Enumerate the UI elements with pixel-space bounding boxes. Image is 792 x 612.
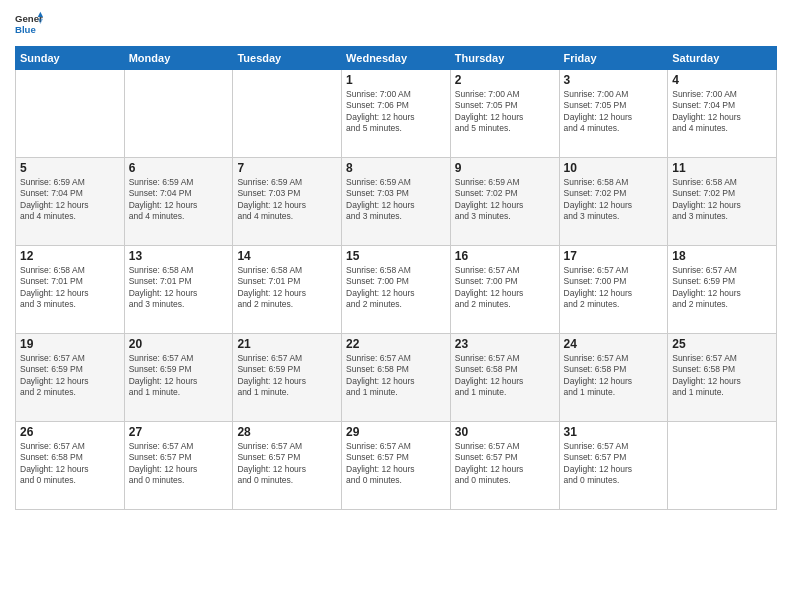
calendar-cell: 24Sunrise: 6:57 AM Sunset: 6:58 PM Dayli…	[559, 334, 668, 422]
day-info: Sunrise: 6:58 AM Sunset: 7:02 PM Dayligh…	[564, 177, 664, 223]
calendar-cell: 17Sunrise: 6:57 AM Sunset: 7:00 PM Dayli…	[559, 246, 668, 334]
day-info: Sunrise: 6:59 AM Sunset: 7:03 PM Dayligh…	[346, 177, 446, 223]
weekday-header-saturday: Saturday	[668, 47, 777, 70]
weekday-header-sunday: Sunday	[16, 47, 125, 70]
day-number: 20	[129, 337, 229, 351]
day-info: Sunrise: 6:57 AM Sunset: 6:57 PM Dayligh…	[237, 441, 337, 487]
day-number: 25	[672, 337, 772, 351]
day-info: Sunrise: 6:57 AM Sunset: 6:59 PM Dayligh…	[672, 265, 772, 311]
weekday-header-row: SundayMondayTuesdayWednesdayThursdayFrid…	[16, 47, 777, 70]
calendar-cell: 12Sunrise: 6:58 AM Sunset: 7:01 PM Dayli…	[16, 246, 125, 334]
week-row-0: 1Sunrise: 7:00 AM Sunset: 7:06 PM Daylig…	[16, 70, 777, 158]
day-number: 7	[237, 161, 337, 175]
day-info: Sunrise: 7:00 AM Sunset: 7:04 PM Dayligh…	[672, 89, 772, 135]
calendar-cell: 22Sunrise: 6:57 AM Sunset: 6:58 PM Dayli…	[342, 334, 451, 422]
calendar-cell: 28Sunrise: 6:57 AM Sunset: 6:57 PM Dayli…	[233, 422, 342, 510]
week-row-2: 12Sunrise: 6:58 AM Sunset: 7:01 PM Dayli…	[16, 246, 777, 334]
header: General Blue	[15, 10, 777, 38]
week-row-1: 5Sunrise: 6:59 AM Sunset: 7:04 PM Daylig…	[16, 158, 777, 246]
calendar-cell	[124, 70, 233, 158]
calendar-cell: 19Sunrise: 6:57 AM Sunset: 6:59 PM Dayli…	[16, 334, 125, 422]
weekday-header-tuesday: Tuesday	[233, 47, 342, 70]
day-number: 28	[237, 425, 337, 439]
day-info: Sunrise: 6:58 AM Sunset: 7:01 PM Dayligh…	[237, 265, 337, 311]
calendar-cell: 10Sunrise: 6:58 AM Sunset: 7:02 PM Dayli…	[559, 158, 668, 246]
calendar-cell: 21Sunrise: 6:57 AM Sunset: 6:59 PM Dayli…	[233, 334, 342, 422]
day-number: 10	[564, 161, 664, 175]
day-info: Sunrise: 6:58 AM Sunset: 7:01 PM Dayligh…	[20, 265, 120, 311]
calendar-cell	[233, 70, 342, 158]
day-info: Sunrise: 6:57 AM Sunset: 6:59 PM Dayligh…	[237, 353, 337, 399]
calendar-cell: 5Sunrise: 6:59 AM Sunset: 7:04 PM Daylig…	[16, 158, 125, 246]
calendar-cell: 9Sunrise: 6:59 AM Sunset: 7:02 PM Daylig…	[450, 158, 559, 246]
day-number: 3	[564, 73, 664, 87]
calendar-cell: 6Sunrise: 6:59 AM Sunset: 7:04 PM Daylig…	[124, 158, 233, 246]
calendar-cell: 1Sunrise: 7:00 AM Sunset: 7:06 PM Daylig…	[342, 70, 451, 158]
weekday-header-monday: Monday	[124, 47, 233, 70]
calendar-cell: 11Sunrise: 6:58 AM Sunset: 7:02 PM Dayli…	[668, 158, 777, 246]
weekday-header-wednesday: Wednesday	[342, 47, 451, 70]
day-info: Sunrise: 7:00 AM Sunset: 7:05 PM Dayligh…	[455, 89, 555, 135]
calendar: SundayMondayTuesdayWednesdayThursdayFrid…	[15, 46, 777, 510]
calendar-cell: 3Sunrise: 7:00 AM Sunset: 7:05 PM Daylig…	[559, 70, 668, 158]
svg-text:Blue: Blue	[15, 24, 36, 35]
day-info: Sunrise: 6:57 AM Sunset: 6:58 PM Dayligh…	[20, 441, 120, 487]
day-number: 1	[346, 73, 446, 87]
calendar-cell: 23Sunrise: 6:57 AM Sunset: 6:58 PM Dayli…	[450, 334, 559, 422]
day-number: 9	[455, 161, 555, 175]
day-info: Sunrise: 6:59 AM Sunset: 7:04 PM Dayligh…	[20, 177, 120, 223]
day-number: 27	[129, 425, 229, 439]
day-info: Sunrise: 6:57 AM Sunset: 6:59 PM Dayligh…	[20, 353, 120, 399]
day-number: 17	[564, 249, 664, 263]
calendar-cell	[16, 70, 125, 158]
day-number: 13	[129, 249, 229, 263]
day-number: 5	[20, 161, 120, 175]
calendar-cell: 27Sunrise: 6:57 AM Sunset: 6:57 PM Dayli…	[124, 422, 233, 510]
day-number: 23	[455, 337, 555, 351]
day-info: Sunrise: 6:57 AM Sunset: 6:57 PM Dayligh…	[129, 441, 229, 487]
day-number: 15	[346, 249, 446, 263]
day-number: 22	[346, 337, 446, 351]
day-info: Sunrise: 6:57 AM Sunset: 6:58 PM Dayligh…	[672, 353, 772, 399]
day-info: Sunrise: 6:57 AM Sunset: 7:00 PM Dayligh…	[455, 265, 555, 311]
calendar-cell: 2Sunrise: 7:00 AM Sunset: 7:05 PM Daylig…	[450, 70, 559, 158]
day-info: Sunrise: 6:57 AM Sunset: 6:59 PM Dayligh…	[129, 353, 229, 399]
calendar-cell: 31Sunrise: 6:57 AM Sunset: 6:57 PM Dayli…	[559, 422, 668, 510]
day-number: 8	[346, 161, 446, 175]
calendar-cell: 18Sunrise: 6:57 AM Sunset: 6:59 PM Dayli…	[668, 246, 777, 334]
day-info: Sunrise: 6:59 AM Sunset: 7:03 PM Dayligh…	[237, 177, 337, 223]
page: General Blue SundayMondayTuesdayWednesda…	[0, 0, 792, 612]
day-number: 21	[237, 337, 337, 351]
calendar-cell: 26Sunrise: 6:57 AM Sunset: 6:58 PM Dayli…	[16, 422, 125, 510]
day-info: Sunrise: 7:00 AM Sunset: 7:05 PM Dayligh…	[564, 89, 664, 135]
day-info: Sunrise: 7:00 AM Sunset: 7:06 PM Dayligh…	[346, 89, 446, 135]
day-number: 4	[672, 73, 772, 87]
calendar-cell: 4Sunrise: 7:00 AM Sunset: 7:04 PM Daylig…	[668, 70, 777, 158]
calendar-cell: 7Sunrise: 6:59 AM Sunset: 7:03 PM Daylig…	[233, 158, 342, 246]
day-number: 2	[455, 73, 555, 87]
day-info: Sunrise: 6:58 AM Sunset: 7:00 PM Dayligh…	[346, 265, 446, 311]
calendar-cell: 25Sunrise: 6:57 AM Sunset: 6:58 PM Dayli…	[668, 334, 777, 422]
logo-icon: General Blue	[15, 10, 43, 38]
day-number: 30	[455, 425, 555, 439]
week-row-4: 26Sunrise: 6:57 AM Sunset: 6:58 PM Dayli…	[16, 422, 777, 510]
day-number: 26	[20, 425, 120, 439]
calendar-cell: 14Sunrise: 6:58 AM Sunset: 7:01 PM Dayli…	[233, 246, 342, 334]
day-info: Sunrise: 6:57 AM Sunset: 6:58 PM Dayligh…	[346, 353, 446, 399]
calendar-cell: 20Sunrise: 6:57 AM Sunset: 6:59 PM Dayli…	[124, 334, 233, 422]
day-info: Sunrise: 6:59 AM Sunset: 7:04 PM Dayligh…	[129, 177, 229, 223]
calendar-cell	[668, 422, 777, 510]
logo: General Blue	[15, 10, 43, 38]
weekday-header-friday: Friday	[559, 47, 668, 70]
day-number: 11	[672, 161, 772, 175]
day-info: Sunrise: 6:59 AM Sunset: 7:02 PM Dayligh…	[455, 177, 555, 223]
week-row-3: 19Sunrise: 6:57 AM Sunset: 6:59 PM Dayli…	[16, 334, 777, 422]
day-info: Sunrise: 6:57 AM Sunset: 6:57 PM Dayligh…	[564, 441, 664, 487]
day-number: 6	[129, 161, 229, 175]
day-info: Sunrise: 6:57 AM Sunset: 6:57 PM Dayligh…	[455, 441, 555, 487]
calendar-cell: 16Sunrise: 6:57 AM Sunset: 7:00 PM Dayli…	[450, 246, 559, 334]
calendar-cell: 29Sunrise: 6:57 AM Sunset: 6:57 PM Dayli…	[342, 422, 451, 510]
calendar-cell: 30Sunrise: 6:57 AM Sunset: 6:57 PM Dayli…	[450, 422, 559, 510]
day-number: 12	[20, 249, 120, 263]
day-number: 29	[346, 425, 446, 439]
